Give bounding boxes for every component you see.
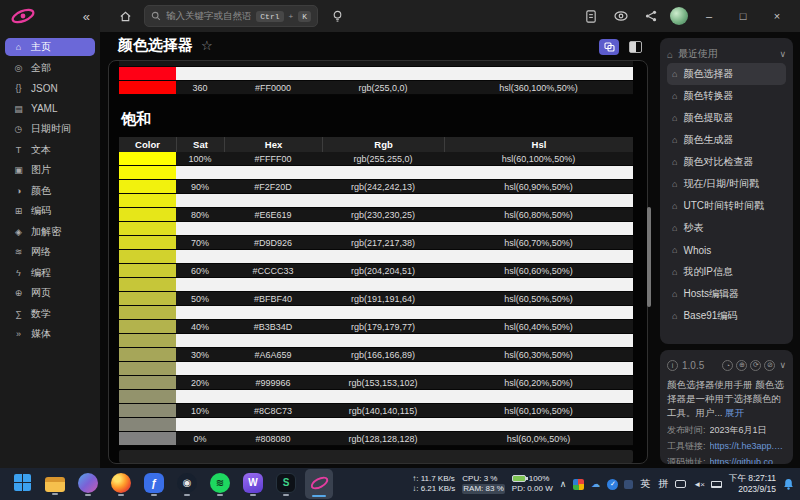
tray-icon-defender[interactable]: [607, 479, 618, 490]
sidebar-item-encoding[interactable]: ⊞ 编码: [5, 202, 95, 220]
volume-muted-icon[interactable]: ◄×: [693, 480, 704, 489]
recent-tool-item-color-converter[interactable]: ⌂ 颜色转换器: [667, 85, 786, 107]
sidebar-item-math[interactable]: ∑ 数学: [5, 305, 95, 323]
taskbar-app-copilot[interactable]: [74, 469, 102, 499]
window-close-button[interactable]: ×: [764, 10, 790, 22]
sidebar: ⌂ 主页 ◎ 全部 {} JSON ▤ YAML ◷ 日期时间 T 文本 ▣ 图…: [0, 32, 100, 468]
window-maximize-button[interactable]: □: [730, 10, 756, 22]
kbd-k: K: [298, 11, 311, 22]
sidebar-item-web[interactable]: ⊕ 网页: [5, 284, 95, 302]
home-button[interactable]: [114, 5, 136, 27]
recent-tool-item-contrast-checker[interactable]: ⌂ 颜色对比检查器: [667, 151, 786, 173]
recent-tool-item-hosts-editor[interactable]: ⌂ Hosts编辑器: [667, 283, 786, 305]
taskbar-app-wallpaper[interactable]: [239, 469, 267, 499]
taskbar-app-session[interactable]: [272, 469, 300, 499]
recent-tool-item-my-ip[interactable]: ⌂ 我的IP信息: [667, 261, 786, 283]
color-swatch: [119, 334, 176, 347]
color-swatch: [119, 390, 176, 403]
touch-keyboard-icon[interactable]: [675, 480, 686, 488]
cpu-ram-indicator: CPU: 3 % RAM: 83 %: [462, 474, 504, 495]
power-mode-icon[interactable]: [711, 481, 722, 488]
info-action-icon-web-circle[interactable]: ⊕: [736, 360, 747, 371]
sidebar-item-network[interactable]: ≋ 网络: [5, 243, 95, 261]
changelog-icon[interactable]: [580, 5, 602, 27]
color-tables-container: 355 #FF0015 rgb(255,0,21) hsl(355,100%,5…: [108, 60, 648, 464]
recent-tool-item-now-date-timestamp[interactable]: ⌂ 现在/日期/时间戳: [667, 173, 786, 195]
recent-tool-item-color-generator[interactable]: ⌂ 颜色生成器: [667, 129, 786, 151]
taskbar-app-fapp[interactable]: [140, 469, 168, 499]
header-rgb: Rgb: [322, 137, 444, 152]
saturation-table-row: 50% #BFBF40 rgb(191,191,64) hsl(60,50%,5…: [119, 292, 633, 306]
recent-tool-item-color-picker[interactable]: ⌂ 颜色选择器: [667, 63, 786, 85]
field-value[interactable]: https://t.he3app.co...: [710, 439, 786, 455]
saturation-table-row: 80% #E6E619 rgb(230,230,25) hsl(60,80%,5…: [119, 208, 633, 222]
ime-indicator[interactable]: 拼: [658, 477, 668, 491]
taskbar-app-steam[interactable]: [173, 469, 201, 499]
sidebar-item-programming[interactable]: ϟ 编程: [5, 264, 95, 282]
sidebar-item-yaml[interactable]: ▤ YAML: [5, 100, 95, 118]
recent-tool-item-whois[interactable]: ⌂ Whois: [667, 239, 786, 261]
sidebar-item-image[interactable]: ▣ 图片: [5, 161, 95, 179]
browser-preview-icon[interactable]: [610, 5, 632, 27]
info-action-icon-disable-circle[interactable]: ⊘: [764, 360, 775, 371]
info-action-icon-palette-circle[interactable]: ◔: [722, 360, 733, 371]
tray-icon-faint[interactable]: [624, 480, 633, 489]
field-value[interactable]: https://github.com...: [710, 455, 786, 464]
tray-overflow-chevron[interactable]: ∧: [560, 479, 567, 489]
saturation-table-row: 75% #DFDF20 rgb(223,223,32) hsl(60,75%,5…: [119, 222, 633, 236]
recent-tool-item-base91[interactable]: ⌂ Base91编码: [667, 305, 786, 327]
recent-tool-item-stopwatch[interactable]: ⌂ 秒表: [667, 217, 786, 239]
info-icon: i: [667, 360, 678, 371]
system-clock[interactable]: 下午 8:27:11 2023/9/15: [729, 473, 776, 495]
taskbar-app-firefox[interactable]: [107, 469, 135, 499]
window-minimize-button[interactable]: –: [696, 10, 722, 22]
sidebar-item-datetime[interactable]: ◷ 日期时间: [5, 120, 95, 138]
info-action-icon-refresh-circle[interactable]: ⟳: [750, 360, 761, 371]
field-value[interactable]: 2023年6月1日: [710, 423, 767, 439]
sidebar-item-icon: ∑: [13, 309, 24, 319]
lightbulb-icon[interactable]: [326, 5, 348, 27]
search-input[interactable]: 输入关键字或自然语言进... Ctrl + K: [144, 5, 318, 27]
tray-icon-cloud[interactable]: [590, 479, 601, 490]
sidebar-item-json[interactable]: {} JSON: [5, 79, 95, 97]
ime-indicator[interactable]: 英: [640, 477, 650, 491]
sidebar-item-all[interactable]: ◎ 全部: [5, 59, 95, 77]
taskbar-app-explorer[interactable]: [41, 469, 69, 499]
chevron-down-icon[interactable]: ∨: [779, 49, 786, 59]
tool-label: UTC时间转时间戳: [683, 199, 764, 213]
recent-tool-item-utc-to-timestamp[interactable]: ⌂ UTC时间转时间戳: [667, 195, 786, 217]
saturation-table-row: 65% #D2D22D rgb(210,210,45) hsl(60,65%,5…: [119, 250, 633, 264]
toggle-right-panel-button[interactable]: [629, 41, 642, 53]
titlebar: « 输入关键字或自然语言进... Ctrl + K: [0, 0, 800, 32]
notification-bell-icon[interactable]: [783, 478, 794, 490]
color-swatch: [119, 320, 176, 333]
user-avatar[interactable]: [670, 7, 688, 25]
battery-icon: [512, 475, 526, 482]
sidebar-item-home[interactable]: ⌂ 主页: [5, 38, 95, 56]
share-icon[interactable]: [640, 5, 662, 27]
compare-button[interactable]: [599, 39, 619, 55]
running-indicator: [250, 494, 256, 496]
chevron-down-icon[interactable]: ∨: [779, 360, 786, 370]
sidebar-item-color[interactable]: ◑ 颜色: [5, 182, 95, 200]
header-hsl: Hsl: [444, 137, 633, 152]
sidebar-item-icon: ▣: [13, 165, 24, 175]
sidebar-item-label: 文本: [31, 143, 51, 157]
expand-link[interactable]: 展开: [725, 407, 744, 418]
sidebar-collapse-button[interactable]: «: [83, 9, 90, 24]
sidebar-item-crypto[interactable]: ◈ 加解密: [5, 223, 95, 241]
sidebar-item-media[interactable]: » 媒体: [5, 325, 95, 343]
search-icon: [151, 11, 161, 21]
tool-icon: ⌂: [672, 201, 677, 211]
recent-tool-item-color-extractor[interactable]: ⌂ 颜色提取器: [667, 107, 786, 129]
tool-version: 1.0.5: [682, 360, 704, 371]
taskbar-app-he3[interactable]: [305, 469, 333, 499]
vertical-scrollbar-thumb[interactable]: [647, 207, 651, 307]
tray-icon-colors[interactable]: [573, 479, 584, 490]
taskbar: ↑: 11.7 KB/s ↓: 6.21 KB/s CPU: 3 % RAM: …: [0, 468, 800, 500]
taskbar-app-spotify[interactable]: [206, 469, 234, 499]
sidebar-item-text[interactable]: T 文本: [5, 141, 95, 159]
color-swatch: [119, 222, 176, 235]
favorite-star-icon[interactable]: ☆: [201, 38, 213, 53]
taskbar-app-start[interactable]: [8, 469, 36, 499]
